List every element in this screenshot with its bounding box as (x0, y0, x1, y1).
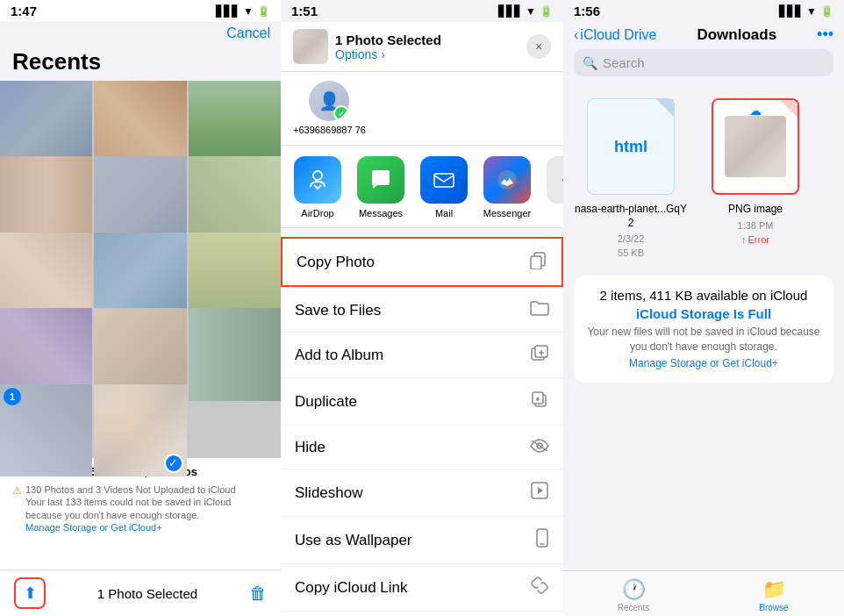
png-file-item[interactable]: ☁ PNG image 1:38 PM ↑ Error (698, 94, 812, 258)
duplicate-item[interactable]: Duplicate (281, 378, 563, 426)
trash-button[interactable]: 🗑 (249, 584, 267, 604)
error-arrow-icon: ↑ (741, 234, 747, 245)
messages-label: Messages (359, 208, 403, 218)
photo-cell[interactable] (189, 308, 281, 400)
share-button[interactable]: ⬆ (14, 577, 46, 609)
warning-line2: Your last 133 items could not be saved i… (25, 497, 231, 519)
hide-label: Hide (295, 439, 325, 456)
html-file-icon: html (587, 98, 675, 195)
search-area: 🔍 Search (563, 49, 844, 83)
recents-tab-icon: 🕐 (622, 578, 646, 601)
messenger-app[interactable]: Messenger (483, 156, 532, 218)
png-file-date: 1:38 PM (738, 220, 774, 231)
html-file-item[interactable]: html nasa-earth-planet...GqY 2 2/3/22 55… (574, 94, 688, 258)
tab-browse[interactable]: 📁 Browse (704, 571, 844, 616)
png-file-name: PNG image (728, 203, 783, 217)
recents-title: Recents (12, 48, 101, 75)
wifi-icon: ▼ (806, 5, 817, 18)
more-options-button[interactable]: ••• (817, 25, 833, 44)
chevron-left-icon: ‹ (574, 27, 578, 43)
search-input[interactable]: Search (603, 55, 645, 70)
save-to-files-label: Save to Files (295, 302, 381, 319)
share-options-link[interactable]: Options › (335, 47, 441, 61)
adjust-datetime-item[interactable]: Adjust Date & Time (281, 612, 563, 616)
photo-cell[interactable]: 1 (0, 384, 92, 476)
folder-icon (530, 300, 549, 320)
wifi-icon: ▼ (526, 5, 536, 18)
back-button[interactable]: ‹ iCloud Drive (574, 27, 656, 43)
apps-row: AirDrop Messages Mail (281, 146, 563, 228)
panel3-status-icons: ▋▋▋ ▼ 🔋 (779, 5, 833, 18)
png-file-icon-container: ☁ (703, 94, 808, 199)
signal-icon: ▋▋▋ (779, 5, 803, 18)
panel3-status-bar: 1:56 ▋▋▋ ▼ 🔋 (563, 0, 844, 22)
icloud-link-item[interactable]: Copy iCloud Link (281, 564, 563, 612)
panel1-status-icons: ▋▋▋ ▼ 🔋 (216, 5, 270, 18)
add-to-album-item[interactable]: Add to Album (281, 333, 563, 378)
warning-line1: 130 Photos and 3 Videos Not Uploaded to … (25, 484, 236, 495)
png-file-icon: ☁ (712, 98, 799, 195)
contact-item[interactable]: 👤 ✓ +6396869887 76 (293, 81, 366, 136)
phone-icon (535, 528, 549, 552)
files-nav: ‹ iCloud Drive Downloads ••• (563, 22, 844, 49)
play-icon (530, 481, 549, 505)
duplicate-label: Duplicate (295, 393, 357, 411)
slideshow-label: Slideshow (295, 484, 363, 502)
messages-icon (357, 156, 404, 204)
album-icon (530, 344, 549, 366)
share-photo-thumbnail (293, 29, 328, 64)
folder-title: Downloads (697, 26, 776, 44)
share-info: 1 Photo Selected Options › (335, 32, 441, 61)
link-icon (530, 576, 549, 599)
search-bar: 🔍 Search (574, 49, 833, 76)
html-file-name: nasa-earth-planet...GqY 2 (574, 203, 688, 230)
browse-tab-label: Browse (759, 603, 788, 612)
tab-recents[interactable]: 🕐 Recents (563, 571, 704, 616)
bottom-tabs: 🕐 Recents 📁 Browse (563, 570, 844, 616)
warning-text: 130 Photos and 3 Videos Not Uploaded to … (25, 483, 268, 534)
png-thumbnail (725, 116, 786, 177)
items-count: 2 items, 411 KB available on iCloud (584, 288, 823, 303)
share-menu: Copy Photo Save to Files Add to Album (281, 235, 563, 616)
airdrop-label: AirDrop (301, 208, 333, 218)
save-to-files-item[interactable]: Save to Files (281, 289, 563, 333)
more-icon (547, 156, 563, 204)
panel2-status-bar: 1:51 ▋▋▋ ▼ 🔋 (281, 0, 563, 22)
wallpaper-item[interactable]: Use as Wallpaper (281, 517, 563, 564)
browse-tab-icon: 📁 (762, 578, 786, 601)
svg-point-2 (497, 170, 517, 190)
photo-cell-selected[interactable]: ✓ (94, 384, 186, 476)
icloud-warning: ⚠ 130 Photos and 3 Videos Not Uploaded t… (12, 483, 268, 534)
cancel-button[interactable]: Cancel (226, 25, 270, 41)
more-app[interactable]: D (546, 156, 563, 218)
duplicate-icon (530, 390, 549, 413)
slideshow-item[interactable]: Slideshow (281, 469, 563, 517)
icloud-upload-icon: ☁ (749, 104, 762, 118)
signal-icon: ▋▋▋ (216, 5, 240, 18)
html-file-date: 2/3/22 (618, 233, 645, 244)
panel2-time: 1:51 (291, 4, 318, 18)
svg-rect-1 (434, 174, 454, 187)
error-label: Error (748, 234, 769, 245)
contact-name: +6396869887 76 (293, 125, 366, 136)
files-grid: html nasa-earth-planet...GqY 2 2/3/22 55… (563, 83, 844, 269)
messenger-icon (483, 156, 531, 204)
hide-item[interactable]: Hide (281, 426, 563, 469)
share-close-button[interactable]: × (526, 34, 551, 59)
panel1-time: 1:47 (11, 4, 37, 18)
photo-grid: 1 ✓ (0, 81, 281, 458)
battery-icon: 🔋 (820, 5, 833, 18)
mail-app[interactable]: Mail (419, 156, 468, 218)
battery-icon: 🔋 (540, 5, 553, 18)
panel3-time: 1:56 (574, 4, 600, 18)
html-label: html (614, 138, 647, 156)
airdrop-app[interactable]: AirDrop (293, 156, 342, 218)
checkmark-icon: ✓ (164, 454, 183, 473)
share-header-left: 1 Photo Selected Options › (293, 29, 441, 64)
manage-storage-link[interactable]: Manage Storage or Get iCloud+ (629, 357, 778, 369)
share-header: 1 Photo Selected Options › × (281, 22, 563, 72)
messages-app[interactable]: Messages (356, 156, 405, 218)
manage-storage-link[interactable]: Manage Storage or Get iCloud+ (25, 522, 162, 533)
upload-error: ↑ Error (741, 234, 769, 245)
copy-photo-item[interactable]: Copy Photo (281, 237, 563, 287)
